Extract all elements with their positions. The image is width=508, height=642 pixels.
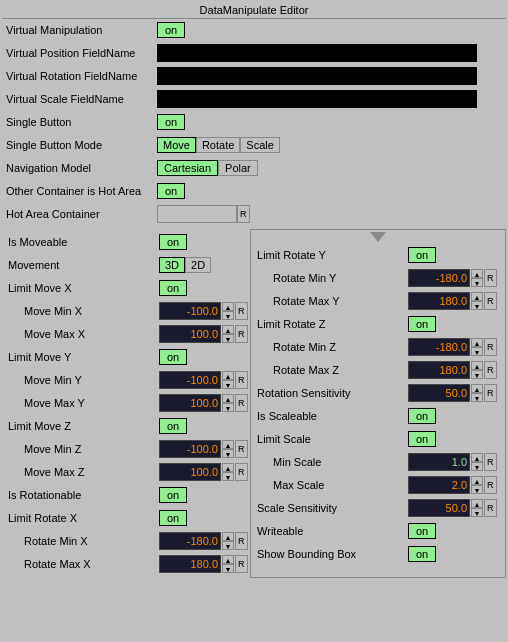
max-scale-up[interactable]: ▲ [471,476,483,485]
move-min-x-r[interactable]: R [235,302,248,320]
limit-move-x-label: Limit Move X [4,282,159,294]
move-min-z-up[interactable]: ▲ [222,440,234,449]
scale-sensitivity-input[interactable] [408,499,470,517]
single-button-toggle[interactable]: on [157,114,185,130]
movement-row: Movement 3D 2D [4,254,248,276]
rotate-min-z-r[interactable]: R [484,338,497,356]
rotation-sensitivity-r[interactable]: R [484,384,497,402]
scale-sensitivity-up[interactable]: ▲ [471,499,483,508]
limit-scale-toggle[interactable]: on [408,431,436,447]
move-min-x-input[interactable] [159,302,221,320]
min-scale-up[interactable]: ▲ [471,453,483,462]
rotate-min-x-input[interactable] [159,532,221,550]
move-max-x-up[interactable]: ▲ [222,325,234,334]
move-max-z-r[interactable]: R [235,463,248,481]
rotate-max-x-input[interactable] [159,555,221,573]
rotate-min-z-input[interactable] [408,338,470,356]
hot-area-r-button[interactable]: R [237,205,250,223]
move-min-y-input[interactable] [159,371,221,389]
move-max-y-r[interactable]: R [235,394,248,412]
rotate-max-x-up[interactable]: ▲ [222,555,234,564]
limit-rotate-y-toggle[interactable]: on [408,247,436,263]
min-scale-r[interactable]: R [484,453,497,471]
limit-move-y-toggle[interactable]: on [159,349,187,365]
rotate-min-x-down[interactable]: ▼ [222,541,234,550]
is-scaleable-toggle[interactable]: on [408,408,436,424]
rotate-max-y-up[interactable]: ▲ [471,292,483,301]
move-max-z-up[interactable]: ▲ [222,463,234,472]
rotate-min-x-row: Rotate Min X ▲▼ R [4,530,248,552]
move-min-y-r[interactable]: R [235,371,248,389]
rotate-min-z-down[interactable]: ▼ [471,347,483,356]
max-scale-input[interactable] [408,476,470,494]
move-min-x-down[interactable]: ▼ [222,311,234,320]
rotation-sensitivity-up[interactable]: ▲ [471,384,483,393]
min-scale-down[interactable]: ▼ [471,462,483,471]
scale-sensitivity-down[interactable]: ▼ [471,508,483,517]
move-max-y-up[interactable]: ▲ [222,394,234,403]
virtual-scale-value[interactable] [157,90,477,108]
movement-2d-button[interactable]: 2D [185,257,211,273]
move-max-x-input[interactable] [159,325,221,343]
rotate-min-x-up[interactable]: ▲ [222,532,234,541]
max-scale-r[interactable]: R [484,476,497,494]
move-max-x-r[interactable]: R [235,325,248,343]
limit-move-z-toggle[interactable]: on [159,418,187,434]
is-rotationable-toggle[interactable]: on [159,487,187,503]
mode-rotate-button[interactable]: Rotate [196,137,240,153]
rotate-min-x-r[interactable]: R [235,532,248,550]
rotate-min-y-r[interactable]: R [484,269,497,287]
cartesian-button[interactable]: Cartesian [157,160,218,176]
move-min-y-down[interactable]: ▼ [222,380,234,389]
move-min-z-input[interactable] [159,440,221,458]
move-max-x-down[interactable]: ▼ [222,334,234,343]
rotate-max-x-r[interactable]: R [235,555,248,573]
virtual-position-value[interactable] [157,44,477,62]
move-min-y-up[interactable]: ▲ [222,371,234,380]
move-max-z-input[interactable] [159,463,221,481]
mode-move-button[interactable]: Move [157,137,196,153]
rotate-max-y-down[interactable]: ▼ [471,301,483,310]
rotate-max-z-down[interactable]: ▼ [471,370,483,379]
editor-title: DataManipulate Editor [200,4,309,16]
limit-move-z-row: Limit Move Z on [4,415,248,437]
limit-rotate-z-toggle[interactable]: on [408,316,436,332]
writeable-toggle[interactable]: on [408,523,436,539]
rotation-sensitivity-down[interactable]: ▼ [471,393,483,402]
rotate-max-z-up[interactable]: ▲ [471,361,483,370]
rotate-max-x-down[interactable]: ▼ [222,564,234,573]
movement-3d-button[interactable]: 3D [159,257,185,273]
is-moveable-toggle[interactable]: on [159,234,187,250]
limit-move-y-row: Limit Move Y on [4,346,248,368]
other-container-toggle[interactable]: on [157,183,185,199]
rotate-max-y-row: Rotate Max Y ▲▼ R [253,290,503,312]
move-min-z-r[interactable]: R [235,440,248,458]
rotate-min-y-up[interactable]: ▲ [471,269,483,278]
move-min-z-down[interactable]: ▼ [222,449,234,458]
rotation-sensitivity-input[interactable] [408,384,470,402]
hot-area-input[interactable] [157,205,237,223]
rotate-max-y-r[interactable]: R [484,292,497,310]
scale-sensitivity-r[interactable]: R [484,499,497,517]
max-scale-down[interactable]: ▼ [471,485,483,494]
move-max-y-input[interactable] [159,394,221,412]
rotate-min-z-up[interactable]: ▲ [471,338,483,347]
rotate-max-y-input[interactable] [408,292,470,310]
rotate-max-z-r[interactable]: R [484,361,497,379]
virtual-rotation-value[interactable] [157,67,477,85]
virtual-scale-row: Virtual Scale FieldName [2,88,506,110]
polar-button[interactable]: Polar [218,160,258,176]
move-max-z-down[interactable]: ▼ [222,472,234,481]
limit-rotate-x-toggle[interactable]: on [159,510,187,526]
move-max-y-down[interactable]: ▼ [222,403,234,412]
min-scale-input[interactable] [408,453,470,471]
show-bounding-box-toggle[interactable]: on [408,546,436,562]
move-min-x-up[interactable]: ▲ [222,302,234,311]
rotate-max-z-input[interactable] [408,361,470,379]
mode-scale-button[interactable]: Scale [240,137,280,153]
rotate-min-y-down[interactable]: ▼ [471,278,483,287]
virtual-manipulation-toggle[interactable]: on [157,22,185,38]
rotate-max-z-input-group: ▲▼ R [408,361,497,379]
limit-move-x-toggle[interactable]: on [159,280,187,296]
rotate-min-y-input[interactable] [408,269,470,287]
